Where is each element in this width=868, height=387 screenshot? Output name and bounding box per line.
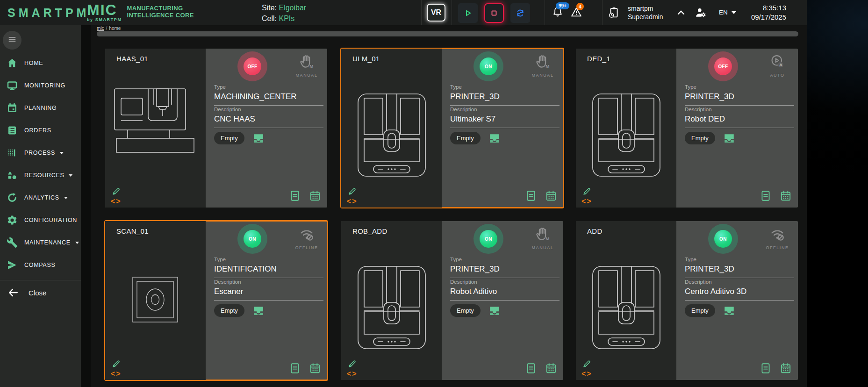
tray-icon[interactable] [723, 132, 735, 144]
manual-mode-icon: M [298, 64, 315, 72]
printer-3d-drawing [357, 93, 427, 178]
sidebar-item-orders[interactable]: ORDERS [0, 119, 81, 142]
compass-icon [7, 259, 18, 271]
mode-label: AUTO [760, 73, 794, 78]
mode-label: MANUAL [526, 245, 560, 250]
document-icon[interactable] [525, 190, 537, 202]
machine-card-ADD[interactable]: ADD [576, 221, 798, 380]
code-icon[interactable]: <> [581, 197, 592, 206]
sidebar-item-maintenance[interactable]: MAINTENANCE [0, 231, 81, 254]
calendar-icon[interactable] [780, 362, 792, 374]
refresh-icon [515, 7, 526, 19]
cell-value[interactable]: KPIs [279, 14, 294, 22]
machine-card-DED_1[interactable]: DED_1 [576, 49, 798, 208]
slot-status-chip: Empty [685, 132, 715, 144]
sidebar-item-compass[interactable]: COMPASS [0, 254, 81, 276]
svg-text:M: M [545, 64, 549, 69]
edit-pencil-icon[interactable] [347, 186, 358, 196]
tray-icon[interactable] [488, 132, 501, 144]
tray-icon[interactable] [488, 305, 501, 317]
sidebar-item-configuration[interactable]: CONFIGURATION [0, 209, 81, 231]
status-badge: OFF [708, 51, 738, 81]
type-value: PRINTER_3D [685, 92, 794, 106]
collapse-user-menu-button[interactable] [677, 9, 685, 16]
site-value[interactable]: Elgoibar [279, 4, 306, 12]
scanner-drawing [132, 276, 179, 323]
document-icon[interactable] [289, 362, 301, 374]
edit-pencil-icon[interactable] [347, 358, 358, 369]
status-badge: ON [708, 224, 738, 254]
machine-card-HAAS_01[interactable]: HAAS_01 [105, 49, 327, 208]
svg-text:M: M [309, 64, 313, 69]
menu-toggle-button[interactable] [3, 31, 22, 50]
home-icon [7, 57, 18, 69]
document-icon[interactable] [760, 190, 772, 202]
printer-3d-drawing [591, 265, 661, 350]
play-button[interactable] [458, 3, 478, 23]
sidebar-item-resources[interactable]: RESOURCES [0, 164, 81, 186]
status-badge: ON [473, 224, 503, 254]
description-label: Description [450, 107, 477, 112]
process-icon [7, 147, 18, 158]
caret-down-icon [731, 9, 737, 16]
offline-mode-icon [298, 236, 315, 244]
slot-status-chip: Empty [214, 132, 244, 144]
calendar-icon[interactable] [545, 190, 557, 202]
edit-pencil-icon[interactable] [111, 358, 122, 369]
edit-pencil-icon[interactable] [111, 186, 122, 196]
calendar-icon[interactable] [309, 362, 321, 374]
chevron-up-icon [677, 9, 685, 17]
breadcrumb-link-mic[interactable]: mic [97, 26, 104, 31]
stop-icon [488, 7, 500, 19]
code-icon[interactable]: <> [111, 197, 122, 206]
manual-mode-icon: M [534, 236, 551, 244]
calendar-icon[interactable] [545, 362, 557, 374]
main-content: mic/home HAAS_01 [81, 25, 807, 387]
document-icon[interactable] [760, 362, 772, 374]
type-label: Type [450, 84, 462, 90]
task-history-button[interactable] [608, 7, 620, 19]
code-icon[interactable]: <> [581, 369, 592, 379]
user-gear-icon [695, 7, 707, 19]
code-icon[interactable]: <> [347, 369, 358, 379]
sidebar-item-planning[interactable]: PLANNING [0, 97, 81, 119]
tray-icon[interactable] [723, 305, 735, 317]
sidebar-item-monitoring[interactable]: MONITORING [0, 74, 81, 97]
slot-status-chip: Empty [214, 304, 244, 317]
svg-text:M: M [545, 236, 549, 241]
user-settings-button[interactable] [695, 7, 707, 19]
resources-icon [7, 170, 18, 181]
status-badge: ON [237, 224, 267, 254]
horizontal-scrollbar[interactable] [97, 31, 798, 36]
code-icon[interactable]: <> [347, 197, 358, 206]
header-divider [421, 0, 422, 25]
stop-button[interactable] [484, 3, 504, 23]
close-button[interactable]: Close [0, 280, 81, 305]
sidebar-item-home[interactable]: HOME [0, 52, 81, 74]
refresh-button[interactable] [510, 3, 530, 23]
printer-3d-drawing [591, 93, 661, 178]
edit-pencil-icon[interactable] [582, 186, 592, 196]
machine-name: DED_1 [587, 55, 610, 63]
sidebar-item-process[interactable]: PROCESS [0, 142, 81, 164]
tray-icon[interactable] [252, 305, 265, 317]
language-selector[interactable]: EN [719, 9, 737, 16]
user-menu[interactable]: smartpm Superadmin [628, 4, 663, 21]
vr-button[interactable]: VR [427, 4, 445, 22]
language-value: EN [719, 9, 728, 16]
chevron-down-icon [59, 151, 64, 155]
edit-pencil-icon[interactable] [582, 358, 592, 369]
document-icon[interactable] [289, 190, 301, 202]
machine-card-SCAN_01[interactable]: SCAN_01 [105, 221, 327, 380]
calendar-icon[interactable] [309, 190, 321, 202]
user-org: smartpm [628, 4, 663, 13]
tray-icon[interactable] [252, 132, 265, 144]
code-icon[interactable]: <> [111, 369, 122, 379]
chevron-down-icon [64, 196, 68, 200]
document-icon[interactable] [525, 362, 537, 374]
sidebar-item-analytics[interactable]: ANALYTICS [0, 186, 81, 209]
calendar-icon[interactable] [780, 190, 792, 202]
clock: 8:35:13 09/17/2025 [741, 3, 786, 22]
machine-card-ULM_01[interactable]: ULM_01 [341, 49, 563, 208]
machine-card-ROB_ADD[interactable]: ROB_ADD [341, 221, 563, 380]
